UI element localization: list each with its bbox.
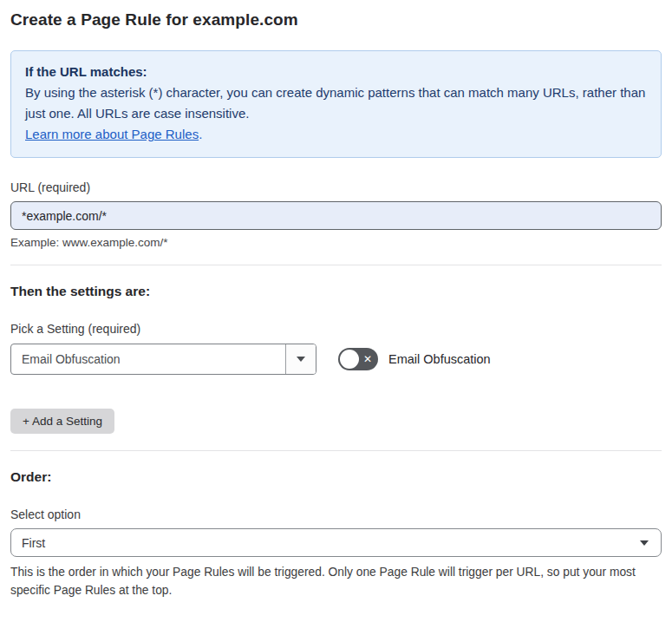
setting-select-dropdown[interactable]: Email Obfuscation: [10, 344, 316, 375]
order-select-label: Select option: [10, 507, 662, 521]
info-box-body: By using the asterisk (*) character, you…: [25, 82, 647, 124]
url-example-text: Example: www.example.com/*: [10, 236, 662, 249]
divider: [10, 265, 662, 265]
setting-select-arrow-button[interactable]: [285, 344, 316, 374]
setting-row: Email Obfuscation ✕ Email Obfuscation: [10, 344, 662, 375]
order-select-dropdown[interactable]: First: [10, 528, 662, 557]
toggle-label: Email Obfuscation: [388, 352, 491, 366]
email-obfuscation-toggle-group: ✕ Email Obfuscation: [338, 348, 491, 370]
page-title: Create a Page Rule for example.com: [10, 9, 662, 29]
url-field-label: URL (required): [10, 180, 662, 194]
order-section-heading: Order:: [10, 469, 662, 485]
url-input[interactable]: [10, 201, 662, 230]
url-match-info-box: If the URL matches: By using the asteris…: [10, 50, 662, 158]
order-select-value: First: [22, 536, 45, 550]
divider: [10, 450, 662, 451]
toggle-off-x-icon: ✕: [363, 354, 372, 364]
link-suffix: .: [199, 127, 202, 141]
create-page-rule-form: Create a Page Rule for example.com If th…: [0, 0, 672, 622]
chevron-down-icon: [297, 357, 305, 362]
info-box-link-line: Learn more about Page Rules.: [25, 124, 647, 145]
chevron-down-icon: [640, 540, 649, 546]
email-obfuscation-toggle[interactable]: ✕: [338, 348, 378, 370]
learn-more-link[interactable]: Learn more about Page Rules: [25, 127, 199, 141]
info-box-heading: If the URL matches:: [25, 62, 647, 82]
setting-select-value: Email Obfuscation: [11, 344, 285, 374]
order-help-text: This is the order in which your Page Rul…: [10, 563, 656, 599]
settings-section-heading: Then the settings are:: [10, 284, 662, 299]
toggle-knob: [340, 350, 359, 369]
add-setting-button[interactable]: + Add a Setting: [10, 409, 114, 434]
setting-picker-label: Pick a Setting (required): [10, 322, 662, 336]
